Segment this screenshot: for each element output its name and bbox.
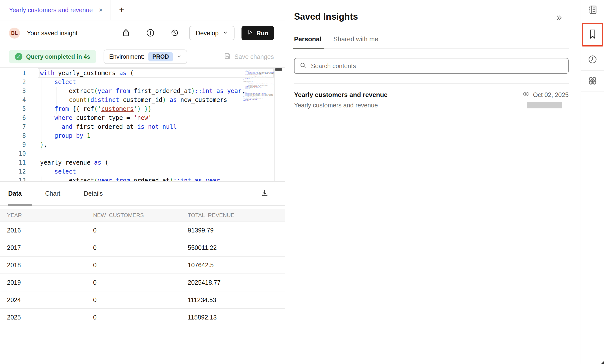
- table-row[interactable]: 2016091399.79: [0, 222, 285, 239]
- history-button[interactable]: [170, 28, 179, 38]
- insight-item-subtitle: Yearly customers and revenue: [294, 102, 378, 109]
- scrollbar-thumb[interactable]: [275, 68, 282, 71]
- line-number: 1: [0, 69, 26, 78]
- new-tab-button[interactable]: +: [119, 5, 124, 15]
- table-cell: 2018: [0, 262, 93, 269]
- tab-personal[interactable]: Personal: [294, 35, 321, 43]
- app-window: Yearly customers and revenue × + BL Your…: [0, 0, 604, 364]
- info-button[interactable]: [146, 28, 155, 38]
- results-table: YEAR NEW_CUSTOMERS TOTAL_REVENUE 2016091…: [0, 209, 285, 326]
- code-line: extract(year from first_ordered_at)::int…: [40, 87, 245, 95]
- download-results-button[interactable]: [259, 189, 270, 198]
- table-cell: 107642.5: [188, 262, 285, 269]
- info-icon: [146, 28, 155, 38]
- code-line: extract(year from ordered_at)::int as ye…: [40, 176, 245, 182]
- right-icon-rail: [581, 0, 604, 364]
- run-button[interactable]: Run: [242, 26, 274, 40]
- placeholder-bar: [527, 102, 562, 108]
- table-body: 2016091399.7920170550011.2220180107642.5…: [0, 222, 285, 326]
- panel-title: Saved Insights: [294, 11, 569, 22]
- save-changes-label: Save changes: [235, 53, 274, 60]
- close-tab-icon[interactable]: ×: [99, 6, 103, 14]
- table-cell: 91399.79: [188, 227, 285, 234]
- table-cell: 115892.13: [188, 314, 285, 321]
- table-cell: 2025418.77: [188, 279, 285, 286]
- line-number: 8: [0, 131, 26, 140]
- rail-section-selected: [581, 20, 604, 49]
- query-status-badge: ✓ Query completed in 4s: [9, 50, 96, 63]
- line-number: 13: [0, 176, 26, 182]
- notebook-icon: [587, 4, 598, 16]
- line-number: 2: [0, 78, 26, 87]
- line-number-gutter: 12345678910111213: [0, 69, 26, 182]
- line-number: 10: [0, 149, 26, 158]
- code-line: group by 1: [40, 131, 245, 140]
- code-line: [40, 149, 245, 158]
- line-number: 11: [0, 158, 26, 167]
- develop-label: Develop: [196, 30, 219, 37]
- table-cell: 2024: [0, 296, 93, 304]
- notebook-button[interactable]: [587, 4, 598, 16]
- check-circle-icon: ✓: [15, 53, 22, 60]
- saved-insight-list-item[interactable]: Yearly customers and revenue Oct 02, 202…: [294, 84, 569, 109]
- tab-shared-with-me[interactable]: Shared with me: [333, 35, 378, 43]
- code-line: select: [40, 167, 245, 176]
- search-icon: [300, 62, 306, 70]
- line-number: 5: [0, 104, 26, 113]
- insight-item-date-text: Oct 02, 2025: [533, 91, 569, 98]
- code-area[interactable]: with yearly_customers as ( select extrac…: [40, 69, 245, 182]
- scrollbar-track: [274, 68, 275, 182]
- table-row[interactable]: 20170550011.22: [0, 239, 285, 257]
- tab-yearly-customers-and-revenue[interactable]: Yearly customers and revenue ×: [0, 0, 103, 20]
- line-number: 12: [0, 167, 26, 176]
- bookmark-icon: [588, 28, 598, 41]
- share-button[interactable]: [121, 28, 130, 38]
- code-line: count(distinct customer_id) as new_custo…: [40, 95, 245, 104]
- collapse-panel-button[interactable]: [553, 13, 565, 23]
- chevron-down-icon: [177, 54, 182, 60]
- table-row[interactable]: 20240111234.53: [0, 291, 285, 309]
- table-header-row: YEAR NEW_CUSTOMERS TOTAL_REVENUE: [0, 209, 285, 222]
- sql-editor[interactable]: 12345678910111213 with yearly_customers …: [0, 67, 285, 182]
- table-cell: 0: [93, 244, 188, 251]
- chevron-down-icon: [223, 30, 228, 37]
- table-cell: 2019: [0, 279, 93, 286]
- tab-details[interactable]: Details: [84, 190, 103, 197]
- explore-rail-button[interactable]: [587, 75, 598, 87]
- resize-corner[interactable]: [601, 361, 604, 364]
- saved-insights-panel: Saved Insights Personal Shared with me Y…: [286, 0, 581, 364]
- saved-insights-rail-button[interactable]: [582, 23, 603, 46]
- double-chevron-right-icon: [555, 14, 563, 23]
- active-tab-indicator: [293, 48, 324, 49]
- run-label: Run: [256, 30, 269, 37]
- table-cell: 0: [93, 262, 188, 269]
- environment-dropdown[interactable]: Environment: PROD: [104, 49, 187, 64]
- history-rail-button[interactable]: [587, 54, 598, 65]
- table-cell: 0: [93, 279, 188, 286]
- search-input[interactable]: [310, 62, 563, 70]
- avatar: BL: [9, 28, 20, 39]
- code-line: select: [40, 78, 245, 87]
- table-row[interactable]: 201902025418.77: [0, 274, 285, 291]
- query-status-text: Query completed in 4s: [26, 53, 90, 60]
- table-cell: 2016: [0, 227, 93, 234]
- table-row[interactable]: 20180107642.5: [0, 257, 285, 274]
- status-row: ✓ Query completed in 4s Environment: PRO…: [0, 46, 285, 67]
- tab-chart[interactable]: Chart: [45, 190, 60, 197]
- editor-minimap[interactable]: with yearly_customers as ( select extrac…: [243, 70, 274, 101]
- table-cell: 550011.22: [188, 244, 285, 251]
- save-changes-button[interactable]: Save changes: [224, 52, 274, 61]
- insight-toolbar: BL Your saved insight: [0, 20, 285, 46]
- develop-dropdown[interactable]: Develop: [189, 26, 235, 40]
- table-row[interactable]: 20250115892.13: [0, 309, 285, 326]
- table-cell: 2017: [0, 244, 93, 251]
- code-line: and first_ordered_at is not null: [40, 122, 245, 131]
- saved-insights-tabs: Personal Shared with me: [294, 35, 569, 49]
- active-tab-indicator: [8, 204, 32, 206]
- history-icon: [170, 28, 179, 38]
- environment-value-badge: PROD: [148, 52, 173, 61]
- code-line: from {{ ref('customers') }}: [40, 104, 245, 113]
- insight-title: Your saved insight: [27, 30, 77, 37]
- tab-data[interactable]: Data: [8, 190, 22, 197]
- toolbar-icons: [121, 28, 179, 38]
